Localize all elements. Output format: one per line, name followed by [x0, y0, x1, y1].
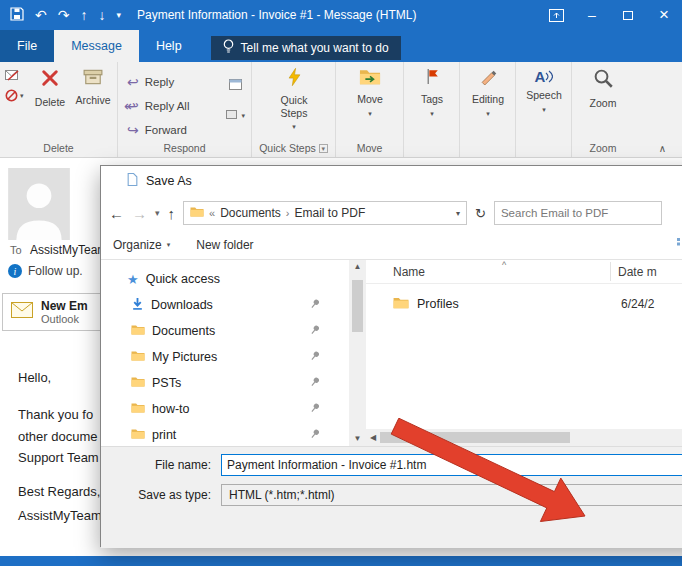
reply-button[interactable]: ↩ Reply — [127, 72, 174, 92]
follow-up-row: i Follow up. — [8, 264, 83, 278]
star-icon: ★ — [127, 272, 139, 287]
pencil-icon — [480, 68, 497, 89]
file-name-label: File name: — [101, 458, 217, 472]
maximize-button[interactable] — [610, 0, 646, 30]
quick-steps-button[interactable]: Quick Steps ▾ — [266, 68, 322, 130]
breadcrumb-documents[interactable]: Documents — [220, 206, 281, 220]
column-divider[interactable] — [610, 262, 611, 281]
back-icon[interactable]: ← — [109, 206, 124, 221]
file-date: 6/24/2 — [621, 297, 654, 311]
ribbon-tab-row: File Message Help Tell me what you want … — [0, 30, 682, 62]
save-as-type-label: Save as type: — [101, 488, 217, 502]
ribbon-group-speech: A Speech ▾ — [516, 62, 572, 157]
collapse-ribbon-icon[interactable]: ∧ — [659, 143, 666, 154]
move-button[interactable]: Move ▾ — [348, 68, 392, 117]
tree-scrollbar[interactable]: ▲ ▼ — [349, 260, 366, 446]
tree-item-print[interactable]: print — [101, 422, 349, 446]
scroll-left-icon[interactable]: ◀ — [370, 434, 376, 442]
folder-icon — [393, 296, 409, 312]
breadcrumb-email-to-pdf[interactable]: Email to PDF — [295, 206, 366, 220]
next-item-icon[interactable]: ↓ — [98, 8, 105, 22]
save-icon[interactable] — [10, 7, 24, 23]
magnifier-icon — [593, 68, 614, 93]
quick-access-toolbar: ↶ ↷ ↑ ↓ ▾ — [0, 7, 121, 23]
quick-steps-dialog-launcher-icon[interactable]: ▾ — [319, 144, 328, 153]
scroll-up-icon[interactable]: ▲ — [354, 263, 362, 271]
quick-steps-label: Quick Steps — [274, 94, 314, 119]
column-name[interactable]: Name — [366, 265, 425, 279]
address-bar[interactable]: « Documents › Email to PDF ▾ — [183, 201, 467, 225]
folder-icon — [131, 428, 145, 442]
recipient-name[interactable]: AssistMyTeam — [30, 243, 107, 257]
block-sender-button[interactable]: ▾ — [5, 89, 24, 102]
move-group-label: Move — [336, 142, 403, 154]
tab-help[interactable]: Help — [139, 30, 199, 62]
body-line: Thank you fo — [18, 407, 93, 422]
speech-icon: A — [535, 68, 554, 85]
lightbulb-icon — [223, 39, 234, 57]
tree-item-documents[interactable]: Documents — [101, 318, 349, 344]
up-icon[interactable]: ↑ — [168, 206, 176, 221]
scroll-down-icon[interactable]: ▼ — [354, 435, 362, 443]
archive-button[interactable]: Archive — [71, 68, 115, 107]
forward-label: Forward — [145, 124, 187, 136]
forward-icon[interactable]: → — [132, 206, 147, 221]
follow-up-label: Follow up. — [28, 264, 83, 278]
address-dropdown-icon[interactable]: ▾ — [456, 209, 460, 218]
column-date-modified[interactable]: Date m — [618, 265, 657, 279]
zoom-button[interactable]: Zoom — [581, 68, 625, 110]
organize-button[interactable]: Organize ▾ — [113, 238, 170, 252]
recent-locations-icon[interactable]: ▾ — [155, 209, 160, 218]
quick-steps-group-label: Quick Steps — [259, 142, 316, 154]
dropdown-icon: ▾ — [486, 110, 490, 117]
minimize-button[interactable]: – — [574, 0, 610, 30]
ribbon-group-zoom: Zoom Zoom — [572, 62, 634, 157]
close-button[interactable]: × — [646, 0, 682, 30]
tree-item-quick-access[interactable]: ★ Quick access — [101, 266, 349, 292]
pin-icon — [306, 426, 323, 443]
file-row-profiles[interactable]: Profiles 6/24/2 — [366, 292, 682, 316]
scrollbar-thumb[interactable] — [352, 280, 363, 332]
ribbon-display-options-icon[interactable] — [538, 0, 574, 30]
tree-item-how-to[interactable]: how-to — [101, 396, 349, 422]
delete-x-icon — [40, 68, 60, 92]
new-folder-button[interactable]: New folder — [196, 238, 253, 252]
editing-button[interactable]: Editing ▾ — [466, 68, 510, 117]
tell-me-box[interactable]: Tell me what you want to do — [211, 36, 401, 60]
customize-qat-icon[interactable]: ▾ — [116, 11, 121, 20]
reply-all-button[interactable]: ↩ Reply All — [127, 96, 189, 116]
zoom-group-label: Zoom — [572, 142, 634, 154]
annotation-arrow — [385, 418, 600, 537]
folder-tree: ★ Quick access Downloads Documents My Pi… — [101, 260, 349, 446]
breadcrumb-prefix[interactable]: « — [209, 207, 215, 219]
previous-item-icon[interactable]: ↑ — [80, 8, 87, 22]
forward-button[interactable]: ↪ Forward — [127, 120, 187, 140]
redo-icon[interactable]: ↷ — [58, 8, 70, 22]
tree-item-downloads[interactable]: Downloads — [101, 292, 349, 318]
title-bar: ↶ ↷ ↑ ↓ ▾ Payment Information - Invoice … — [0, 0, 682, 30]
refresh-icon[interactable]: ↻ — [475, 206, 486, 221]
tree-item-psts[interactable]: PSTs — [101, 370, 349, 396]
more-respond-actions-icon[interactable]: ▾ — [226, 110, 245, 121]
ribbon-group-move: Move ▾ Move — [336, 62, 404, 157]
change-view-button[interactable]: ▾ — [676, 237, 682, 252]
tags-button[interactable]: Tags ▾ — [410, 68, 454, 117]
views-icon — [676, 237, 682, 252]
tab-message[interactable]: Message — [54, 30, 139, 62]
delete-label: Delete — [35, 96, 65, 109]
pin-icon — [306, 348, 323, 365]
reply-arrow-icon: ↩ — [127, 75, 139, 89]
undo-icon[interactable]: ↶ — [35, 8, 47, 22]
folder-icon — [131, 350, 145, 364]
tab-file[interactable]: File — [0, 30, 54, 62]
dialog-toolbar: Organize ▾ New folder ▾ — [101, 230, 682, 260]
forward-arrow-icon: ↪ — [127, 123, 139, 137]
archive-label: Archive — [75, 94, 110, 107]
tell-me-label: Tell me what you want to do — [241, 41, 389, 55]
tree-item-my-pictures[interactable]: My Pictures — [101, 344, 349, 370]
meeting-icon[interactable] — [229, 76, 242, 94]
speech-button[interactable]: A Speech ▾ — [522, 68, 566, 113]
delete-button[interactable]: Delete — [28, 68, 72, 109]
ignore-button[interactable] — [5, 70, 24, 81]
search-input[interactable] — [494, 201, 662, 225]
